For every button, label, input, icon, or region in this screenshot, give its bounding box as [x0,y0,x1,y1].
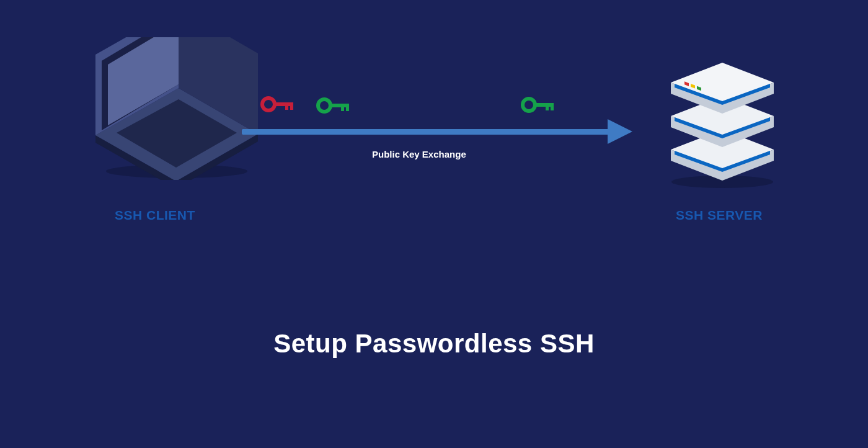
server-label: SSH SERVER [676,208,763,223]
svg-rect-43 [329,104,348,107]
svg-rect-49 [551,103,554,110]
green-key-server-icon [521,96,558,114]
exchange-label: Public Key Exchange [372,149,466,159]
svg-rect-40 [285,102,288,110]
server-icon [663,53,781,189]
exchange-arrow [242,118,632,143]
page-title: Setup Passwordless SSH [0,329,868,359]
svg-rect-47 [534,103,552,107]
svg-rect-44 [341,104,344,111]
green-key-client-icon [316,96,353,115]
ssh-diagram: SSH CLIENT Public Key Exchange [87,37,781,242]
svg-point-38 [262,98,275,110]
client-label: SSH CLIENT [115,208,195,223]
svg-rect-48 [546,103,549,110]
svg-rect-45 [346,104,349,111]
laptop-icon [87,37,260,180]
svg-point-42 [318,99,330,112]
svg-point-46 [523,99,535,111]
svg-rect-41 [290,102,293,110]
svg-rect-39 [273,102,292,106]
red-key-icon [260,95,298,114]
